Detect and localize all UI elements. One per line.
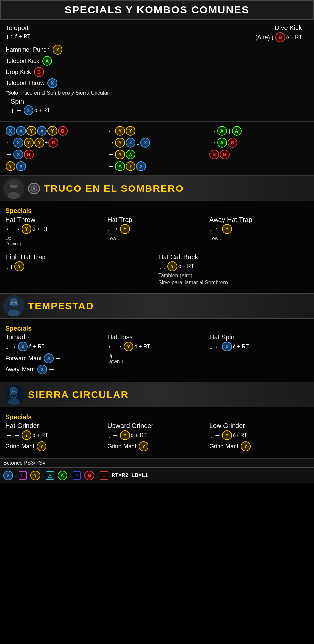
svg-point-6: [33, 187, 35, 190]
btn-y-lgr: Y: [222, 430, 232, 440]
hammer-punch-name: Hamnmer Punch: [6, 46, 50, 53]
hgr-grind-label: Grind Mant: [5, 443, 34, 450]
footer: X = □ Y = △ A = × B = ○ RT=R2: [0, 467, 314, 483]
upward-grinder-inputs: ↓ → Y ó + RT: [107, 430, 207, 440]
drop-kick-name: Drop Kick: [6, 69, 31, 76]
hsp-left: ←: [214, 342, 221, 351]
hat-toss-name: Hat Toss: [107, 333, 207, 341]
dive-kick-block: Dive Kick (Aire) ↓ B ó + RT: [154, 24, 308, 44]
ugr-right: →: [112, 431, 119, 439]
btn-y-ugr: Y: [120, 430, 130, 440]
hat-grinder-grind: Grind Mant Y: [5, 441, 105, 451]
lgr-left: ←: [214, 431, 221, 439]
hgr-right: →: [13, 431, 21, 439]
hcb-note1: También (Aire): [158, 273, 309, 278]
spin-arrow-right: →: [15, 106, 23, 115]
forward-mant-row: Forward Mant X →: [5, 353, 105, 363]
amant-arrow: ←: [48, 365, 55, 374]
combo-row-3-1: → A ↓ A: [209, 125, 308, 137]
tornado-inputs: ↓ → X ó + RT: [5, 342, 105, 351]
c2r3-a: A: [126, 150, 135, 159]
legend-btn-a: A: [58, 471, 67, 480]
combo-col-3: → A ↓ A → A B B B: [209, 125, 308, 172]
rt-label-text: RT=R2: [112, 473, 128, 478]
hat-trap-name: Hat Trap: [107, 216, 207, 224]
combo-row-1-2: ← X Y Y + B: [6, 137, 105, 149]
upward-grinder-grind: Grind Mant Y: [107, 441, 207, 451]
teleport-kick-row: Teleport Kick A: [6, 56, 308, 66]
tor-or: ó + RT: [29, 344, 44, 349]
htos-left: ←: [107, 342, 114, 351]
btn-x-spin: X: [24, 105, 33, 115]
spin-or: ó + RT: [34, 107, 50, 113]
c2r2-down: ↓: [136, 138, 140, 147]
c1r2-plus: +: [45, 140, 48, 146]
svg-point-11: [10, 387, 18, 395]
hat-throw-up: Up ↑: [5, 235, 105, 241]
htos-or: ó + RT: [134, 344, 150, 349]
hat-throw-block: Hat Throw ← → Y ó + RT Up ↑ Down ↓: [5, 216, 105, 246]
hcb-down2: ↓: [163, 262, 166, 271]
c3r1-down: ↓: [228, 127, 231, 135]
legend-x: X = □: [3, 471, 27, 480]
legend-lb: LB=L1: [131, 473, 148, 478]
sierra-moves: Specials Hat Grinder ← → Y ó + RT Grind …: [0, 407, 314, 459]
svg-rect-4: [10, 180, 17, 184]
aht-left: ←: [214, 225, 221, 233]
htos-right: →: [115, 342, 123, 351]
forward-mant-label: Forward Mant: [5, 355, 42, 362]
c3r3-b2: B: [220, 150, 230, 159]
teleport-throw-row: Teleport Throw X: [6, 78, 308, 88]
solo-note: *Solo Truco en el Sombrero y Sierra Circ…: [6, 90, 308, 96]
hgr-or: ó + RT: [32, 432, 48, 438]
btn-x-tt: X: [47, 78, 57, 88]
tempestad-section-header: TEMPESTAD: [0, 293, 314, 319]
hat-spin-name: Hat Spin: [209, 333, 309, 341]
lgr-down: ↓: [209, 431, 213, 439]
legend-ps-cross: ×: [73, 471, 81, 480]
btn-y-hcb: Y: [167, 261, 177, 271]
legend-a: A = ×: [58, 471, 81, 480]
c1r2-y2: Y: [34, 138, 44, 148]
sierra-section-header: SIERRA CIRCULAR: [0, 382, 314, 407]
page: SPECIALS Y KOMBOS COMUNES Teleport ↓ ↑ ó…: [0, 0, 314, 483]
hat-trap-low: Low ↓: [107, 235, 207, 241]
combo-row-2-3: → Y A: [107, 149, 206, 160]
c2r2-x1: X: [126, 138, 135, 148]
tornado-name: Tornado: [5, 333, 105, 341]
low-grinder-inputs: ↓ ← Y ó+ RT: [209, 430, 309, 440]
c1r2-x: X: [13, 138, 23, 148]
c2r4-y: Y: [126, 161, 135, 171]
sierra-name: SIERRA CIRCULAR: [28, 389, 129, 400]
c3r1-a1: A: [217, 126, 227, 136]
upward-grinder-name: Upward Grinder: [107, 422, 207, 430]
c1r1-y2: Y: [47, 126, 57, 136]
c2r2-right: →: [107, 138, 114, 147]
btn-x-fmant: X: [44, 353, 54, 363]
arrow-up: ↑: [10, 32, 14, 41]
legend-x-eq: =: [14, 473, 17, 478]
away-hat-trap-name: Away Hat Trap: [209, 216, 309, 224]
hcb-or: ó + RT: [178, 263, 194, 269]
legend-b: B = ○: [84, 471, 108, 480]
hat-toss-block: Hat Toss ← → Y ó + RT Up ↑ Down ↓: [107, 333, 207, 376]
c2r2-x2: X: [140, 138, 150, 148]
arrow-down: ↓: [6, 32, 9, 41]
c1r4-y: Y: [6, 161, 15, 171]
dive-arrow-down: ↓: [271, 33, 274, 42]
teleport-name: Teleport: [6, 24, 154, 32]
hat-call-back-block: Hat Call Back ↓ ↓ Y ó + RT También (Aire…: [158, 253, 309, 287]
away-hat-trap-low: Low ↓: [209, 235, 309, 241]
c3r1-right: →: [209, 127, 217, 135]
legend-y: Y = △: [30, 471, 54, 480]
truco-section-header: TRUCO EN EL SOMBRERO: [0, 176, 314, 201]
c2r3-y: Y: [115, 150, 125, 159]
ht-or: ó + RT: [32, 226, 48, 232]
combo-col-1: X X Y X Y B ← X Y Y + B →: [6, 125, 105, 172]
teleport-throw-name: Teleport Throw: [6, 80, 44, 87]
combo-row-3-2: → A B: [209, 137, 308, 149]
btn-x-tor: X: [18, 342, 28, 351]
hat-toss-up: Up ↑: [107, 353, 207, 358]
combo-col-2: ← Y Y → Y X ↓ X → Y A: [107, 125, 206, 172]
teleport-inputs: ↓ ↑ ó + RT: [6, 32, 154, 41]
